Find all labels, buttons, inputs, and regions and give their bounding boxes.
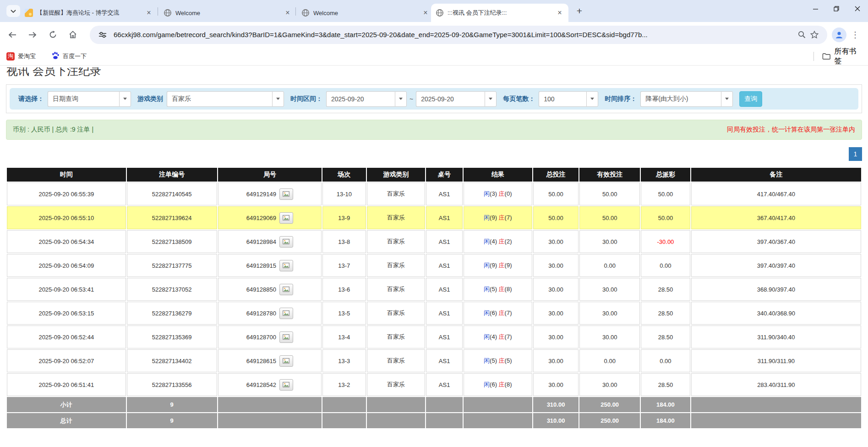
browser-menu-button[interactable]: ⋮: [851, 30, 859, 40]
view-result-image-button[interactable]: [279, 188, 293, 200]
cell-bet-id: 522827137775: [127, 254, 217, 277]
page-title: 视讯 会员下注纪录: [6, 67, 868, 78]
bookmark-baidu[interactable]: 百度一下: [51, 51, 87, 61]
cell-total-bet-link[interactable]: 30.00: [533, 349, 579, 372]
sort-input[interactable]: [640, 91, 721, 107]
baidu-paw-icon: [51, 51, 60, 61]
dropdown-toggle[interactable]: [395, 91, 407, 107]
address-bar[interactable]: 66cxkj98.com/game/betrecord_search/kind3…: [90, 26, 827, 44]
close-tab-icon[interactable]: ×: [145, 9, 153, 17]
caret-down-icon: [399, 98, 403, 100]
view-result-image-button[interactable]: [279, 331, 293, 343]
back-icon: [8, 32, 16, 38]
close-tab-icon[interactable]: ×: [556, 9, 564, 17]
player-result-value: (3): [490, 190, 497, 197]
view-result-image-button[interactable]: [279, 284, 293, 295]
cell-total-bet-link[interactable]: 30.00: [533, 373, 579, 396]
view-result-image-button[interactable]: [279, 212, 293, 224]
site-settings-tune-icon[interactable]: [96, 28, 109, 41]
globe-icon: [164, 9, 172, 17]
view-result-image-button[interactable]: [279, 308, 293, 319]
per-page-select[interactable]: [539, 91, 598, 107]
view-result-image-button[interactable]: [279, 379, 293, 391]
view-result-image-button[interactable]: [279, 355, 293, 367]
dropdown-toggle[interactable]: [485, 91, 497, 107]
dropdown-toggle[interactable]: [272, 91, 284, 107]
query-type-select[interactable]: [48, 91, 131, 107]
tab-title: 【新提醒】海燕论坛 - 博学交流: [37, 9, 141, 17]
dropdown-toggle[interactable]: [586, 91, 598, 107]
banker-result-label: 庄: [499, 262, 505, 269]
date-end-picker[interactable]: [416, 91, 497, 107]
game-kind-input[interactable]: [167, 91, 272, 107]
tab-forum[interactable]: 【新提醒】海燕论坛 - 博学交流 ×: [20, 4, 158, 22]
tab-welcome-2[interactable]: Welcome ×: [297, 4, 434, 22]
home-button[interactable]: [65, 27, 81, 43]
tab-welcome-1[interactable]: Welcome ×: [159, 4, 296, 22]
tab-divider: [158, 7, 158, 16]
cell-total-bet-link[interactable]: 30.00: [533, 278, 579, 301]
cell-session: 13-9: [322, 206, 366, 229]
cell-total-bet-link[interactable]: 30.00: [533, 230, 579, 253]
close-window-button[interactable]: [847, 0, 868, 17]
player-result-label: 闲: [484, 262, 490, 269]
cell-session: 13-8: [322, 230, 366, 253]
url-text[interactable]: 66cxkj98.com/game/betrecord_search/kind3…: [114, 31, 795, 39]
bookmark-star-icon[interactable]: [808, 28, 821, 41]
sort-select[interactable]: [640, 91, 733, 107]
cell-payout: 28.50: [641, 302, 690, 325]
sort-label: 时间排序：: [605, 95, 637, 103]
profile-avatar[interactable]: [832, 28, 846, 42]
close-tab-icon[interactable]: ×: [284, 9, 292, 17]
cell-total-bet-link[interactable]: 30.00: [533, 254, 579, 277]
minimize-button[interactable]: [805, 0, 826, 17]
zoom-magnifier-icon[interactable]: [795, 28, 808, 41]
tab-divider: [295, 7, 296, 16]
reload-button[interactable]: [45, 27, 60, 43]
new-tab-button[interactable]: +: [573, 6, 585, 17]
round-id-text: 649128700: [246, 334, 276, 341]
cell-total-bet-link[interactable]: 50.00: [533, 206, 579, 229]
date-end-input[interactable]: [416, 91, 485, 107]
total-total-bet: 310.00: [533, 413, 579, 428]
cell-round-id: 649128542: [218, 373, 322, 396]
cell-time: 2025-09-20 06:51:41: [7, 373, 126, 396]
total-count: 9: [127, 413, 217, 428]
view-result-image-button[interactable]: [279, 260, 293, 271]
cell-total-bet-link[interactable]: 50.00: [533, 182, 579, 205]
tab-bet-records-active[interactable]: :::视讯 会员下注纪录::: ×: [431, 4, 568, 22]
dropdown-toggle[interactable]: [721, 91, 733, 107]
restore-button[interactable]: [826, 0, 847, 17]
close-tab-icon[interactable]: ×: [421, 9, 430, 17]
player-result-value: (6): [490, 381, 497, 388]
col-note: 备注: [691, 168, 861, 182]
view-result-image-button[interactable]: [279, 236, 293, 248]
dropdown-toggle[interactable]: [119, 91, 131, 107]
query-type-input[interactable]: [48, 91, 119, 107]
date-start-input[interactable]: [326, 91, 395, 107]
cell-note: 368.90/397.40: [691, 278, 861, 301]
round-id-text: 649128780: [246, 310, 276, 317]
back-button[interactable]: [5, 27, 20, 43]
player-result-value: (6): [490, 309, 497, 316]
bookmark-taobao[interactable]: 淘 爱淘宝: [6, 52, 36, 61]
cell-bet-id: 522827140545: [127, 182, 217, 205]
table-row: 2025-09-20 06:51:41 522827133556 6491285…: [7, 373, 861, 396]
tab-search-button[interactable]: [6, 5, 20, 17]
currency-summary-text: 币别 : 人民币 | 总共 :9 注单 |: [13, 126, 93, 134]
per-page-input[interactable]: [539, 91, 586, 107]
date-start-picker[interactable]: [326, 91, 407, 107]
forward-button[interactable]: [25, 27, 40, 43]
cell-round-id: 649128984: [218, 230, 322, 253]
search-button[interactable]: 查询: [739, 91, 762, 107]
tab-title: Welcome: [313, 10, 418, 17]
cell-total-bet-link[interactable]: 30.00: [533, 326, 579, 348]
game-kind-select[interactable]: [167, 91, 284, 107]
page-1-button[interactable]: 1: [849, 147, 862, 161]
cell-result: 闲(6) 庄(8): [464, 373, 532, 396]
cell-session: 13-7: [322, 254, 366, 277]
cell-session: 13-5: [322, 302, 366, 325]
cell-bet-id: 522827136279: [127, 302, 217, 325]
cell-total-bet-link[interactable]: 30.00: [533, 302, 579, 325]
all-bookmarks-button[interactable]: 所有书签: [822, 47, 862, 66]
